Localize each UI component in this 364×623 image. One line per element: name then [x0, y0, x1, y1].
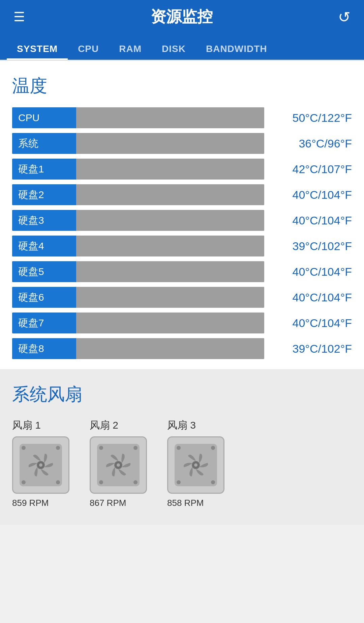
svg-point-17 [117, 463, 120, 467]
temp-bar-container: 硬盘6 [12, 287, 264, 308]
temp-bar-container: 硬盘2 [12, 184, 264, 205]
temp-value: 40°C/104°F [271, 291, 352, 304]
temp-bar-container: 硬盘8 [12, 338, 264, 359]
temp-value: 40°C/104°F [271, 214, 352, 227]
tab-disk[interactable]: DISK [152, 44, 196, 60]
svg-point-10 [99, 446, 103, 450]
temp-bar-fill [76, 210, 264, 231]
temp-bar-fill [76, 236, 264, 256]
fan-section-title: 系统风扇 [12, 383, 352, 406]
tab-bandwidth[interactable]: BANDWIDTH [196, 44, 277, 60]
fan-grid: 风扇 1 [12, 418, 352, 508]
svg-point-1 [22, 446, 26, 450]
svg-point-20 [211, 446, 215, 450]
fan-label: 风扇 3 [167, 418, 196, 432]
fan-label: 风扇 1 [12, 418, 41, 432]
temp-bar-label: 硬盘4 [12, 236, 76, 256]
temp-bar-label: 硬盘3 [12, 210, 76, 231]
temp-bar-fill [76, 261, 264, 282]
temp-value: 39°C/102°F [271, 240, 352, 253]
temp-row: 系统36°C/96°F [12, 133, 352, 154]
temp-bar-fill [76, 159, 264, 180]
fan-item: 风扇 1 [12, 418, 69, 508]
header: ☰ 资源监控 ↺ [0, 0, 364, 34]
temp-row: CPU50°C/122°F [12, 107, 352, 128]
temp-value: 40°C/104°F [271, 265, 352, 278]
refresh-icon[interactable]: ↺ [338, 8, 351, 26]
svg-point-19 [177, 446, 181, 450]
fan-rpm: 858 RPM [167, 498, 204, 508]
temp-bar-fill [76, 133, 264, 154]
svg-point-22 [211, 480, 215, 484]
tab-ram[interactable]: RAM [109, 44, 152, 60]
svg-point-21 [177, 480, 181, 484]
fan-section: 系统风扇 风扇 1 [0, 369, 364, 525]
tab-system[interactable]: SYSTEM [7, 44, 68, 60]
svg-point-11 [133, 446, 138, 450]
temp-row: 硬盘142°C/107°F [12, 159, 352, 180]
temp-bar-label: 系统 [12, 133, 76, 154]
temp-value: 40°C/104°F [271, 317, 352, 330]
temp-value: 42°C/107°F [271, 163, 352, 176]
temp-row: 硬盘839°C/102°F [12, 338, 352, 359]
temperature-title: 温度 [12, 74, 352, 98]
menu-icon[interactable]: ☰ [13, 10, 25, 23]
app-title: 资源监控 [151, 6, 213, 27]
temp-bar-fill [76, 184, 264, 205]
fan-icon [167, 436, 224, 494]
temp-bar-container: CPU [12, 107, 264, 128]
temp-bar-label: 硬盘8 [12, 338, 76, 359]
temp-bar-fill [76, 287, 264, 308]
temp-bar-label: 硬盘1 [12, 159, 76, 180]
temp-value: 50°C/122°F [271, 111, 352, 125]
svg-point-8 [39, 463, 42, 467]
temp-value: 40°C/104°F [271, 188, 352, 201]
tab-bar: SYSTEM CPU RAM DISK BANDWIDTH [0, 34, 364, 61]
svg-point-3 [22, 480, 26, 484]
svg-point-13 [133, 480, 138, 484]
temp-bar-container: 硬盘7 [12, 313, 264, 333]
temp-bar-container: 系统 [12, 133, 264, 154]
svg-point-4 [56, 480, 60, 484]
temp-row: 硬盘540°C/104°F [12, 261, 352, 282]
temp-bar-fill [76, 107, 264, 128]
temp-row: 硬盘740°C/104°F [12, 313, 352, 333]
temperature-list: CPU50°C/122°F系统36°C/96°F硬盘142°C/107°F硬盘2… [12, 107, 352, 359]
temp-bar-label: 硬盘2 [12, 184, 76, 205]
svg-point-12 [99, 480, 103, 484]
temp-bar-label: 硬盘6 [12, 287, 76, 308]
fan-label: 风扇 2 [90, 418, 118, 432]
fan-icon [12, 436, 69, 494]
temp-bar-container: 硬盘3 [12, 210, 264, 231]
temp-bar-fill [76, 313, 264, 333]
fan-rpm: 859 RPM [12, 498, 49, 508]
temperature-section: 温度 CPU50°C/122°F系统36°C/96°F硬盘142°C/107°F… [0, 61, 364, 369]
temp-row: 硬盘240°C/104°F [12, 184, 352, 205]
temp-row: 硬盘640°C/104°F [12, 287, 352, 308]
temp-row: 硬盘439°C/102°F [12, 236, 352, 256]
svg-point-26 [194, 463, 198, 467]
svg-point-2 [56, 446, 60, 450]
temp-bar-container: 硬盘1 [12, 159, 264, 180]
tab-cpu[interactable]: CPU [68, 44, 109, 60]
temp-bar-label: 硬盘7 [12, 313, 76, 333]
temp-value: 36°C/96°F [271, 137, 352, 150]
fan-icon [90, 436, 147, 494]
temp-row: 硬盘340°C/104°F [12, 210, 352, 231]
temp-bar-container: 硬盘5 [12, 261, 264, 282]
fan-item: 风扇 2 [90, 418, 147, 508]
temp-bar-container: 硬盘4 [12, 236, 264, 256]
fan-item: 风扇 3 [167, 418, 224, 508]
temp-bar-label: 硬盘5 [12, 261, 76, 282]
temp-bar-label: CPU [12, 107, 76, 128]
temp-value: 39°C/102°F [271, 342, 352, 355]
fan-rpm: 867 RPM [90, 498, 126, 508]
temp-bar-fill [76, 338, 264, 359]
